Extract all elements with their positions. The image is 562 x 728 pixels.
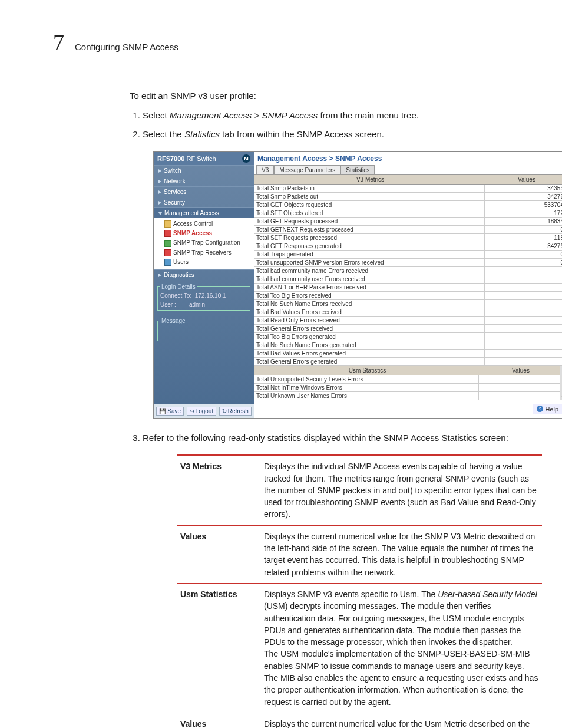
table-row: Total Not InTime Windows Errors — [254, 384, 560, 392]
nav-subtree: Access ControlSNMP AccessSNMP Trap Confi… — [154, 218, 254, 270]
table-row: Total SET Requests processed118 — [254, 234, 562, 242]
table-row: Total General Errors received — [254, 325, 562, 333]
sidebar: RFS7000 RF Switch M SwitchNetworkService… — [154, 152, 254, 418]
definition-label: Values — [177, 525, 260, 583]
intro-text: To edit an SNMP v3 user profile: — [130, 91, 515, 101]
definition-text: Displays the current numerical value for… — [260, 525, 542, 583]
nav-security[interactable]: Security — [154, 197, 254, 207]
definition-row: ValuesDisplays the current numerical val… — [177, 713, 542, 728]
usm-stats-header: Usm StatisticsValues — [254, 366, 560, 375]
main-panel: Management Access > SNMP Access V3Messag… — [254, 152, 562, 418]
table-row: Total Read Only Errors received — [254, 317, 562, 325]
app-screenshot: RFS7000 RF Switch M SwitchNetworkService… — [153, 151, 562, 419]
step-2: Select the Statistics tab from within th… — [143, 128, 515, 141]
tab-statistics[interactable]: Statistics — [340, 165, 375, 174]
tree-node-icon — [164, 230, 171, 237]
table-row: Total Too Big Errors generated — [254, 333, 562, 341]
help-button[interactable]: ? Help — [533, 404, 562, 414]
table-row: Total GETNEXT Requests processed0 — [254, 226, 562, 234]
table-row: Total General Errors generated — [254, 358, 562, 366]
message-box: Message — [157, 318, 250, 341]
refresh-button[interactable]: ↻Refresh — [219, 407, 252, 416]
chapter-title: Configuring SNMP Access — [75, 42, 178, 52]
save-button[interactable]: 💾Save — [156, 407, 184, 416]
definition-text: Displays the individual SNMP Access even… — [260, 455, 542, 525]
table-row: Total GET Objects requested533704 — [254, 201, 562, 209]
definition-label: Values — [177, 713, 260, 728]
table-row: Total bad community user Errors received — [254, 275, 562, 284]
step-list-continued: Refer to the following read-only statist… — [130, 431, 515, 444]
subnav-users[interactable]: Users — [164, 258, 254, 267]
step-1: Select Management Access > SNMP Access f… — [143, 109, 515, 122]
definitions-table: V3 MetricsDisplays the individual SNMP A… — [177, 454, 542, 728]
chapter-number: 7 — [53, 29, 64, 55]
table-row: Total Traps generated0 — [254, 251, 562, 259]
subnav-snmp-access[interactable]: SNMP Access — [164, 229, 254, 238]
nav-switch[interactable]: Switch — [154, 165, 254, 176]
nav-network[interactable]: Network — [154, 176, 254, 186]
definition-text: Displays the current numerical value for… — [260, 713, 542, 728]
page-header: 7 Configuring SNMP Access — [53, 29, 515, 55]
tree-node-icon — [164, 249, 171, 256]
step-list: Select Management Access > SNMP Access f… — [130, 109, 515, 141]
tab-message-parameters[interactable]: Message Parameters — [274, 165, 340, 174]
help-icon: ? — [537, 406, 543, 412]
definition-row: V3 MetricsDisplays the individual SNMP A… — [177, 455, 542, 525]
nav-services[interactable]: Services — [154, 186, 254, 197]
login-details: Login Details Connect To: 172.16.10.1 Us… — [157, 284, 250, 311]
subnav-access-control[interactable]: Access Control — [164, 219, 254, 229]
tab-v3[interactable]: V3 — [256, 165, 274, 174]
definition-text: Displays SNMP v3 events specific to Usm.… — [260, 583, 542, 713]
logout-button[interactable]: ↪Logout — [187, 407, 217, 416]
definition-label: V3 Metrics — [177, 455, 260, 525]
table-row: Total Bad Values Errors received — [254, 308, 562, 317]
table-row: Total No Such Name Errors received — [254, 300, 562, 308]
table-row: Total Bad Values Errors generated — [254, 350, 562, 358]
tree-node-icon — [164, 259, 171, 266]
nav-diagnostics[interactable]: Diagnostics — [154, 269, 254, 280]
tree-node-icon — [164, 220, 171, 228]
subnav-snmp-trap-receivers[interactable]: SNMP Trap Receivers — [164, 248, 254, 258]
table-row: Total GET Requests processed18834 — [254, 218, 562, 226]
breadcrumb: Management Access > SNMP Access — [254, 152, 562, 165]
table-row: Total Snmp Packets in34353 — [254, 185, 562, 193]
logout-icon: ↪ — [190, 408, 194, 414]
definition-row: Usm StatisticsDisplays SNMP v3 events sp… — [177, 583, 542, 713]
table-row: Total Unsupported Security Levels Errors — [254, 375, 560, 384]
step-3: Refer to the following read-only statist… — [143, 431, 515, 444]
product-title: RFS7000 RF Switch M — [154, 152, 254, 165]
disk-icon: 💾 — [159, 408, 166, 414]
table-row: Total ASN.1 or BER Parse Errors received — [254, 284, 562, 292]
table-row: Total GET Responses generated34276 — [254, 242, 562, 251]
refresh-icon: ↻ — [222, 408, 227, 414]
table-row: Total No Such Name Errors generated — [254, 341, 562, 350]
subnav-snmp-trap-configuration[interactable]: SNMP Trap Configuration — [164, 238, 254, 248]
table-row: Total SET Objects altered172 — [254, 209, 562, 218]
table-row: Total Unknown User Names Errors — [254, 392, 560, 400]
definition-row: ValuesDisplays the current numerical val… — [177, 525, 542, 583]
nav-management-access[interactable]: Management Access — [154, 207, 254, 218]
table-row: Total Snmp Packets out34276 — [254, 193, 562, 201]
tree-node-icon — [164, 240, 171, 247]
table-row: Total unsupported SNMP version Errors re… — [254, 259, 562, 267]
v3-metrics-header: V3 MetricsValues — [254, 175, 562, 185]
definition-label: Usm Statistics — [177, 583, 260, 713]
brand-logo-icon: M — [242, 154, 250, 163]
table-row: Total Too Big Errors received — [254, 292, 562, 300]
tab-strip: V3Message ParametersStatistics — [254, 165, 562, 174]
table-row: Total bad community name Errors received — [254, 267, 562, 275]
